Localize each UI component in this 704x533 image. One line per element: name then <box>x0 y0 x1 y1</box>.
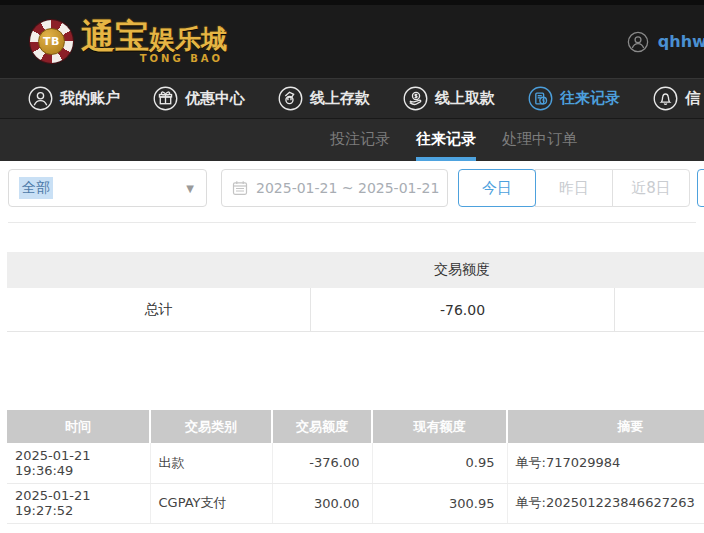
nav-item-withdraw[interactable]: 线上取款 <box>403 86 495 111</box>
records-table: 时间 交易类别 交易额度 现有额度 摘要 2025-01-21 19:36:49… <box>7 410 704 524</box>
summary-total-label: 总计 <box>7 288 310 331</box>
table-row: 2025-01-21 19:27:52 CGPAY支付 300.00 300.9… <box>7 483 704 523</box>
user-avatar-icon <box>627 31 649 53</box>
site-logo[interactable]: TB 通宝娱乐城 TONG BAO <box>30 19 227 64</box>
deposit-icon <box>278 86 303 111</box>
quick-range-buttons: 今日 昨日 近8日 <box>458 169 690 207</box>
nav-item-messages[interactable]: 信 <box>653 86 700 111</box>
records-icon <box>528 86 553 111</box>
brand-header: TB 通宝娱乐城 TONG BAO qhhw2 <box>0 5 704 78</box>
nav-item-my-account[interactable]: 我的账户 <box>28 86 120 111</box>
cell-summary: 单号:717029984 <box>507 443 704 483</box>
filter-bar: 全部 ▼ 2025-01-21 ~ 2025-01-21 今日 昨日 近8日 <box>8 169 696 207</box>
user-account[interactable]: qhhw2 <box>627 5 704 78</box>
chip-monogram: TB <box>38 28 65 55</box>
user-icon <box>28 86 53 111</box>
logo-title-main: 通宝 <box>81 16 149 56</box>
yesterday-button[interactable]: 昨日 <box>535 169 613 207</box>
app-window: TB 通宝娱乐城 TONG BAO qhhw2 我的账户 优惠中心 <box>0 0 704 533</box>
tab-transaction-records[interactable]: 往来记录 <box>416 119 476 161</box>
main-navigation: 我的账户 优惠中心 线上存款 线上取款 往来记录 <box>0 78 704 118</box>
nav-item-deposit[interactable]: 线上存款 <box>278 86 370 111</box>
poker-chip-icon: TB <box>30 20 73 63</box>
date-range-value: 2025-01-21 ~ 2025-01-21 <box>256 180 439 196</box>
last-8-days-button[interactable]: 近8日 <box>612 169 690 207</box>
table-row: 2025-01-21 19:36:49 出款 -376.00 0.95 单号:7… <box>7 443 704 483</box>
cell-type: 出款 <box>150 443 272 483</box>
gift-icon <box>153 86 178 111</box>
records-header-row: 时间 交易类别 交易额度 现有额度 摘要 <box>7 410 704 443</box>
col-header-type: 交易类别 <box>150 410 272 443</box>
col-header-amount: 交易额度 <box>272 410 372 443</box>
nav-label: 优惠中心 <box>185 89 245 108</box>
summary-total-amount: -76.00 <box>310 288 614 331</box>
summary-total-spacer <box>614 288 704 331</box>
username: qhhw2 <box>658 32 704 51</box>
type-select-value: 全部 <box>19 177 53 199</box>
bell-icon <box>653 86 678 111</box>
date-range-input[interactable]: 2025-01-21 ~ 2025-01-21 <box>221 169 448 207</box>
cell-balance: 0.95 <box>372 443 507 483</box>
tab-processing-orders[interactable]: 处理中订单 <box>502 119 577 161</box>
nav-label: 线上取款 <box>435 89 495 108</box>
calendar-icon <box>232 180 248 196</box>
summary-table: 交易额度 总计 -76.00 <box>7 252 704 332</box>
col-header-time: 时间 <box>7 410 150 443</box>
nav-item-transactions[interactable]: 往来记录 <box>528 86 620 111</box>
logo-title-rest: 娱乐城 <box>149 24 227 54</box>
cell-balance: 300.95 <box>372 483 507 523</box>
cell-time: 2025-01-21 19:27:52 <box>7 483 150 523</box>
withdraw-icon <box>403 86 428 111</box>
sub-navigation: 投注记录 往来记录 处理中订单 <box>0 118 704 161</box>
summary-header-row: 交易额度 <box>7 252 704 288</box>
col-header-summary: 摘要 <box>507 410 704 443</box>
cell-time: 2025-01-21 19:36:49 <box>7 443 150 483</box>
section-divider <box>8 222 696 223</box>
summary-header-amount: 交易额度 <box>310 261 614 279</box>
col-header-balance: 现有额度 <box>372 410 507 443</box>
nav-item-promotions[interactable]: 优惠中心 <box>153 86 245 111</box>
logo-subtitle: TONG BAO <box>81 54 227 64</box>
cell-amount: 300.00 <box>272 483 372 523</box>
nav-label: 我的账户 <box>60 89 120 108</box>
tab-betting-records[interactable]: 投注记录 <box>330 119 390 161</box>
nav-label: 线上存款 <box>310 89 370 108</box>
clipped-range-button[interactable] <box>697 169 704 207</box>
logo-title: 通宝娱乐城 <box>81 19 227 53</box>
cell-type: CGPAY支付 <box>150 483 272 523</box>
today-button[interactable]: 今日 <box>458 169 536 207</box>
logo-text: 通宝娱乐城 TONG BAO <box>81 19 227 64</box>
chevron-down-icon: ▼ <box>186 183 194 194</box>
cell-amount: -376.00 <box>272 443 372 483</box>
nav-label: 往来记录 <box>560 89 620 108</box>
nav-label: 信 <box>685 89 700 108</box>
summary-total-row: 总计 -76.00 <box>7 288 704 332</box>
cell-summary: 单号:202501223846627263 <box>507 483 704 523</box>
type-select[interactable]: 全部 ▼ <box>8 169 207 207</box>
